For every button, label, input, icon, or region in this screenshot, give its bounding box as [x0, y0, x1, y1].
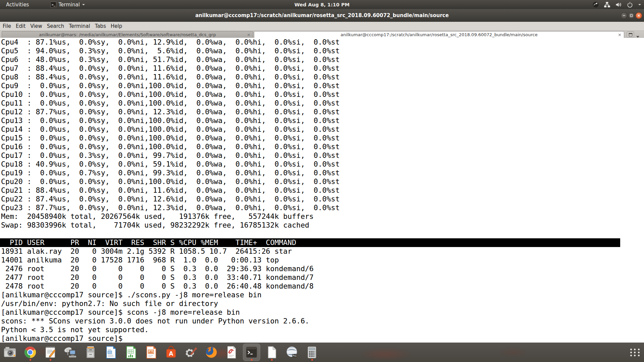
minimize-button[interactable] — [621, 12, 627, 19]
shell-line: Python < 3.5 is not yet supported. — [0, 325, 644, 334]
tab-label: anilkumar@cccomp17:/scratch/anilkumar/ro… — [340, 32, 537, 37]
terminal-line: Cpu18 : 40.9%us, 0.0%sy, 0.0%ni, 59.1%id… — [0, 160, 644, 169]
clock-button[interactable]: Wed Aug 8, 1:10 PM — [0, 2, 644, 7]
shell-line: scons: *** SCons version 3.0.0 does not … — [0, 317, 644, 325]
menu-item-terminal[interactable]: Terminal — [66, 22, 92, 31]
terminal-line: Cpu5 : 94.0%us, 0.3%sy, 0.0%ni, 5.6%id, … — [0, 47, 644, 55]
menu-item-edit[interactable]: Edit — [13, 22, 28, 31]
running-indicator — [30, 359, 31, 361]
terminal-line: Cpu21 : 88.4%us, 0.0%sy, 0.0%ni, 11.6%id… — [0, 186, 644, 195]
tab-bar: anilkumar@mars: /media/anilkumar/Element… — [0, 31, 644, 38]
google-earth-pro-icon[interactable]: Pro — [283, 344, 301, 361]
menu-item-search[interactable]: Search — [45, 22, 67, 31]
libreoffice-impress-icon[interactable] — [142, 344, 160, 361]
maximize-button[interactable] — [628, 12, 635, 19]
terminal-line — [0, 230, 644, 238]
terminal-line: Cpu4 : 87.1%us, 0.0%sy, 0.0%ni, 12.9%id,… — [0, 38, 644, 47]
menu-bar: FileEditViewSearchTerminalTabsHelp — [0, 22, 644, 31]
process-row: 2476 root 20 0 0 0 0 S 0.3 0.0 29:36.93 … — [0, 264, 644, 273]
process-row: 2477 root 20 0 0 0 0 S 0.3 0.0 33:40.71 … — [0, 273, 644, 282]
libreoffice-writer-icon[interactable] — [102, 344, 119, 361]
menu-item-tabs[interactable]: Tabs — [93, 22, 108, 31]
terminal-line: Cpu19 : 0.0%us, 0.7%sy, 0.0%ni, 99.3%id,… — [0, 169, 644, 177]
terminal-viewport[interactable]: Cpu4 : 87.1%us, 0.0%sy, 0.0%ni, 12.9%id,… — [0, 38, 644, 343]
terminal-line: Cpu7 : 88.4%us, 0.0%sy, 0.0%ni, 11.6%id,… — [0, 64, 644, 73]
system-status-area[interactable] — [592, 0, 641, 9]
network-icon — [604, 1, 610, 8]
minimize-icon — [622, 14, 626, 17]
screenshot-tool-icon[interactable] — [1, 344, 19, 361]
terminal-line: Cpu8 : 88.4%us, 0.0%sy, 0.0%ni, 11.6%id,… — [0, 73, 644, 81]
menu-item-help[interactable]: Help — [108, 22, 124, 31]
terminal-line: Mem: 20458940k total, 20267564k used, 19… — [0, 212, 644, 221]
close-icon — [637, 14, 641, 17]
show-applications-button[interactable] — [630, 347, 640, 357]
process-row: 18931 alak.ray 20 0 3004m 2.1g 5392 R 10… — [0, 247, 644, 256]
terminal-line: Cpu10 : 0.0%us, 0.0%sy, 0.0%ni,100.0%id,… — [0, 90, 644, 99]
process-table-header: PID USER PR NI VIRT RES SHR S %CPU %MEM … — [0, 238, 620, 247]
running-indicator — [311, 359, 313, 361]
terminal-line: Cpu23 : 87.7%us, 0.0%sy, 0.0%ni, 12.3%id… — [0, 203, 644, 212]
top-bar: Activities >_ Terminal Wed Aug 8, 1:10 P… — [0, 0, 644, 9]
settings-tools-icon[interactable] — [182, 344, 200, 361]
terminal-tab-cccomp17[interactable]: anilkumar@cccomp17:/scratch/anilkumar/ro… — [254, 31, 624, 38]
tab-list-icon — [629, 33, 633, 37]
process-row: 14001 anilkuma 20 0 17528 1716 968 R 1.0… — [0, 256, 644, 264]
tab-label: anilkumar@mars: /media/anilkumar/Element… — [39, 32, 216, 37]
terminal-line: Swap: 98303996k total, 71704k used, 9823… — [0, 221, 644, 230]
remote-desktop-icon[interactable] — [62, 344, 79, 361]
terminal-line: Cpu22 : 87.4%us, 0.0%sy, 0.0%ni, 12.6%id… — [0, 195, 644, 203]
tab-close-button[interactable]: × — [618, 32, 622, 38]
menu-item-file[interactable]: File — [0, 22, 13, 31]
app-indicator-icon — [592, 1, 599, 8]
menu-item-view[interactable]: View — [28, 22, 45, 31]
tab-close-button[interactable]: × — [247, 32, 251, 38]
terminal-line: Cpu11 : 0.0%us, 0.0%sy, 0.0%ni,100.0%id,… — [0, 99, 644, 108]
terminal-line: Cpu13 : 0.0%us, 0.0%sy, 0.0%ni,100.0%id,… — [0, 116, 644, 125]
shell-output-block: [anilkumar@cccomp17 source]$ ./scons.py … — [0, 291, 644, 343]
terminal-line: Cpu14 : 0.0%us, 0.0%sy, 0.0%ni,100.0%id,… — [0, 125, 644, 134]
terminal-line: Cpu20 : 0.0%us, 0.0%sy, 0.0%ni,100.0%id,… — [0, 177, 644, 186]
maximize-icon — [630, 14, 633, 17]
terminal-line: Cpu6 : 48.0%us, 0.3%sy, 0.0%ni, 51.7%id,… — [0, 55, 644, 64]
software-store-icon[interactable]: A — [162, 344, 180, 361]
top-output-block: Cpu4 : 87.1%us, 0.0%sy, 0.0%ni, 12.9%id,… — [0, 38, 644, 238]
terminal-line: Cpu16 : 0.0%us, 0.0%sy, 0.0%ni,100.0%id,… — [0, 142, 644, 151]
volume-icon — [615, 1, 622, 8]
tab-list-button[interactable] — [627, 32, 634, 38]
window-title: anilkumar@cccomp17:/scratch/anilkumar/ro… — [195, 12, 449, 18]
close-button[interactable] — [636, 12, 642, 19]
libreoffice-document-icon[interactable] — [263, 344, 280, 361]
svg-text:A: A — [169, 350, 173, 357]
svg-text:Pro: Pro — [292, 354, 297, 357]
libreoffice-calc-icon[interactable] — [122, 344, 140, 361]
shell-line: /usr/bin/env: python2.7: No such file or… — [0, 299, 644, 308]
chrome-icon[interactable] — [21, 344, 39, 361]
shell-line: [anilkumar@cccomp17 source]$ ./scons.py … — [0, 291, 644, 299]
pdf-reader-icon[interactable] — [223, 344, 240, 361]
desktop-screen: Activities >_ Terminal Wed Aug 8, 1:10 P… — [0, 0, 644, 362]
process-table-rows: 18931 alak.ray 20 0 3004m 2.1g 5392 R 10… — [0, 247, 644, 291]
dock: APro — [0, 343, 644, 362]
running-indicator — [251, 359, 253, 361]
terminal-line: Cpu9 : 0.0%us, 0.0%sy, 0.0%ni,100.0%id, … — [0, 81, 644, 90]
file-cabinet-icon[interactable] — [82, 344, 99, 361]
firefox-icon[interactable] — [203, 344, 220, 361]
shell-line: [anilkumar@cccomp17 source]$ — [0, 334, 644, 343]
terminal-line: Cpu12 : 87.7%us, 0.0%sy, 0.0%ni, 12.3%id… — [0, 108, 644, 116]
window-title-bar[interactable]: anilkumar@cccomp17:/scratch/anilkumar/ro… — [0, 9, 644, 22]
running-indicator — [50, 359, 51, 361]
running-indicator — [271, 359, 273, 361]
terminal-tab-mars[interactable]: anilkumar@mars: /media/anilkumar/Element… — [2, 31, 253, 38]
chevron-down-icon — [638, 3, 641, 6]
terminal-line: Cpu17 : 0.0%us, 0.3%sy, 0.0%ni, 99.7%id,… — [0, 151, 644, 160]
terminal-line: Cpu15 : 0.0%us, 0.0%sy, 0.0%ni,100.0%id,… — [0, 134, 644, 142]
calculator-icon[interactable] — [303, 344, 321, 361]
text-editor-icon[interactable] — [42, 344, 59, 361]
shell-line: [anilkumar@cccomp17 source]$ scons -j8 m… — [0, 308, 644, 317]
terminal-icon[interactable] — [243, 344, 260, 361]
process-row: 2478 root 20 0 0 0 0 S 0.3 0.0 26:40.48 … — [0, 282, 644, 291]
power-icon — [627, 1, 633, 8]
